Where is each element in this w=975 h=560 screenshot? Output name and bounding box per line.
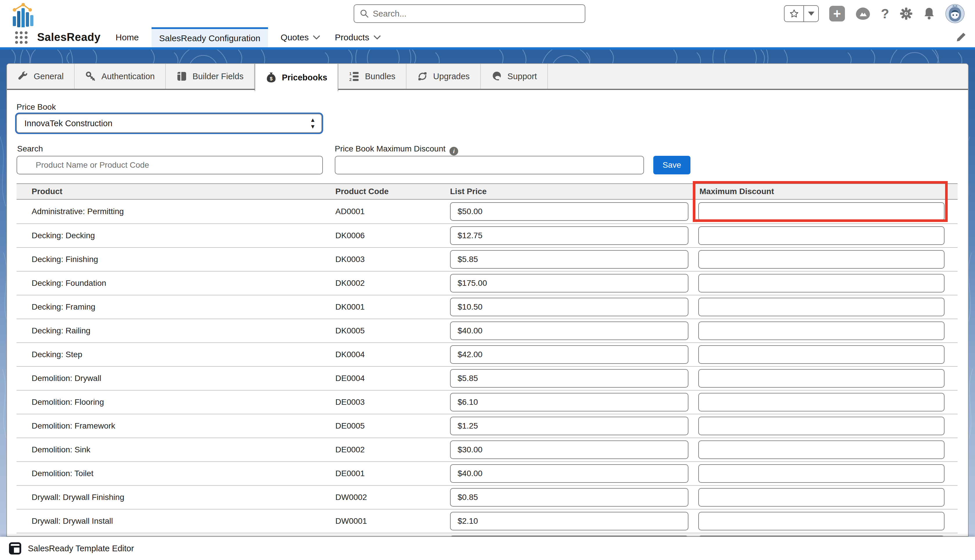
max-discount-input[interactable]	[698, 464, 945, 483]
table-row: Demolition: DrywallDE0004	[17, 366, 958, 390]
product-name: Demolition: Drywall	[32, 367, 101, 390]
product-name: Decking: Framing	[32, 295, 95, 318]
table-row: Demolition: ToiletDE0001	[17, 462, 958, 485]
product-name: Decking: Finishing	[32, 248, 98, 271]
status-bar-label[interactable]: SalesReady Template Editor	[28, 544, 134, 553]
configuration-card: General Authentication Builder Fields $ …	[7, 63, 968, 537]
nav-item-home[interactable]: Home	[114, 27, 140, 47]
list-price-input[interactable]	[450, 250, 688, 269]
add-icon[interactable]: +	[829, 6, 845, 22]
tab-support[interactable]: Support	[481, 64, 548, 89]
list-price-input[interactable]	[450, 345, 688, 364]
header-product-code: Product Code	[336, 184, 389, 199]
max-discount-input[interactable]	[698, 417, 945, 435]
price-book-selected-value: InnovaTek Construction	[24, 119, 112, 128]
max-discount-input[interactable]	[698, 512, 945, 530]
table-row: Demolition: FlooringDE0003	[17, 390, 958, 414]
list-price-input[interactable]	[450, 440, 688, 459]
list-price-input[interactable]	[450, 226, 688, 245]
product-code: DE0001	[336, 462, 365, 485]
info-icon[interactable]: i	[449, 147, 458, 155]
global-search-input[interactable]	[373, 9, 579, 18]
max-discount-input[interactable]	[698, 274, 945, 292]
list-price-input[interactable]	[450, 417, 688, 435]
template-window-icon[interactable]	[9, 542, 22, 555]
list-price-input[interactable]	[450, 322, 688, 340]
chevron-down-icon	[373, 35, 381, 40]
utility-bar: + ?	[0, 0, 975, 27]
product-name: Decking: Decking	[32, 224, 95, 247]
max-discount-input[interactable]	[698, 322, 945, 340]
table-row: Demolition: SinkDE0002	[17, 438, 958, 462]
app-launcher-icon[interactable]	[15, 31, 28, 44]
notifications-bell-icon[interactable]	[923, 7, 935, 20]
trailhead-icon[interactable]	[855, 7, 870, 20]
support-agent-icon	[491, 71, 502, 82]
setup-gear-icon[interactable]	[900, 7, 913, 20]
product-code: DW0002	[336, 486, 367, 509]
max-discount-input[interactable]	[698, 369, 945, 388]
product-name: Decking: Step	[32, 343, 82, 366]
max-discount-input[interactable]	[698, 345, 945, 364]
product-code: DE0003	[336, 390, 365, 414]
max-discount-input[interactable]	[698, 226, 945, 245]
tab-strip-filler	[548, 64, 968, 89]
tab-bundles[interactable]: 12 Bundles	[338, 64, 406, 89]
bar-chart-logo	[5, 1, 37, 31]
header-list-price: List Price	[450, 184, 487, 199]
price-book-select[interactable]: InnovaTek Construction ▲▼	[16, 114, 322, 133]
max-discount-global-input[interactable]	[335, 156, 644, 174]
nav-item-salesready-configuration[interactable]: SalesReady Configuration	[152, 27, 268, 47]
product-name: Demolition: Toilet	[32, 462, 93, 485]
avatar[interactable]	[945, 4, 965, 23]
max-discount-input[interactable]	[698, 393, 945, 412]
list-price-input[interactable]	[450, 202, 688, 221]
layout-columns-icon	[176, 71, 187, 82]
tab-strip: General Authentication Builder Fields $ …	[7, 64, 968, 90]
tab-pricebooks[interactable]: $ Pricebooks	[255, 64, 338, 91]
max-discount-input[interactable]	[698, 440, 945, 459]
svg-text:2: 2	[349, 77, 352, 82]
nav-items: Home SalesReady Configuration Quotes Pro…	[114, 27, 383, 47]
nav-item-quotes[interactable]: Quotes	[279, 27, 322, 47]
tab-general[interactable]: General	[7, 64, 75, 89]
save-button[interactable]: Save	[653, 156, 690, 174]
list-price-input[interactable]	[450, 512, 688, 530]
max-discount-input[interactable]	[698, 488, 945, 507]
header-product: Product	[32, 184, 62, 199]
max-discount-input[interactable]	[698, 298, 945, 316]
product-code: DE0005	[336, 414, 365, 438]
product-code: AD0001	[336, 200, 365, 223]
nav-item-products[interactable]: Products	[333, 27, 382, 47]
list-price-input[interactable]	[450, 464, 688, 483]
product-search-input[interactable]	[17, 156, 323, 174]
max-discount-input[interactable]	[698, 250, 945, 269]
svg-text:$: $	[270, 76, 273, 82]
tab-builder-fields[interactable]: Builder Fields	[166, 64, 255, 89]
product-name: Demolition: Flooring	[32, 390, 104, 414]
list-price-input[interactable]	[450, 369, 688, 388]
sync-arrows-icon	[417, 71, 428, 82]
help-icon[interactable]: ?	[881, 6, 889, 22]
product-code: DK0004	[336, 343, 365, 366]
favorites-star-icon[interactable]	[785, 6, 804, 22]
product-code: DE0002	[336, 438, 365, 462]
global-search[interactable]	[354, 4, 585, 23]
tab-authentication[interactable]: Authentication	[75, 64, 166, 89]
favorites-dropdown-icon[interactable]	[804, 6, 818, 22]
product-code: DW0001	[336, 510, 367, 533]
table-row: Drywall: Drywall FinishingDW0002	[17, 485, 958, 509]
list-price-input[interactable]	[450, 488, 688, 507]
table-row: Demolition: FrameworkDE0005	[17, 414, 958, 438]
favorites-button-group[interactable]	[784, 5, 819, 22]
list-price-input[interactable]	[450, 298, 688, 316]
product-name: Demolition: Framework	[32, 414, 115, 438]
table-row: Decking: StepDK0004	[17, 342, 958, 366]
product-search	[17, 156, 323, 174]
list-price-input[interactable]	[450, 393, 688, 412]
product-code: DK0006	[336, 224, 365, 247]
chevron-down-icon	[313, 35, 320, 40]
pencil-icon[interactable]	[955, 31, 967, 43]
tab-upgrades[interactable]: Upgrades	[406, 64, 481, 89]
list-price-input[interactable]	[450, 274, 688, 292]
